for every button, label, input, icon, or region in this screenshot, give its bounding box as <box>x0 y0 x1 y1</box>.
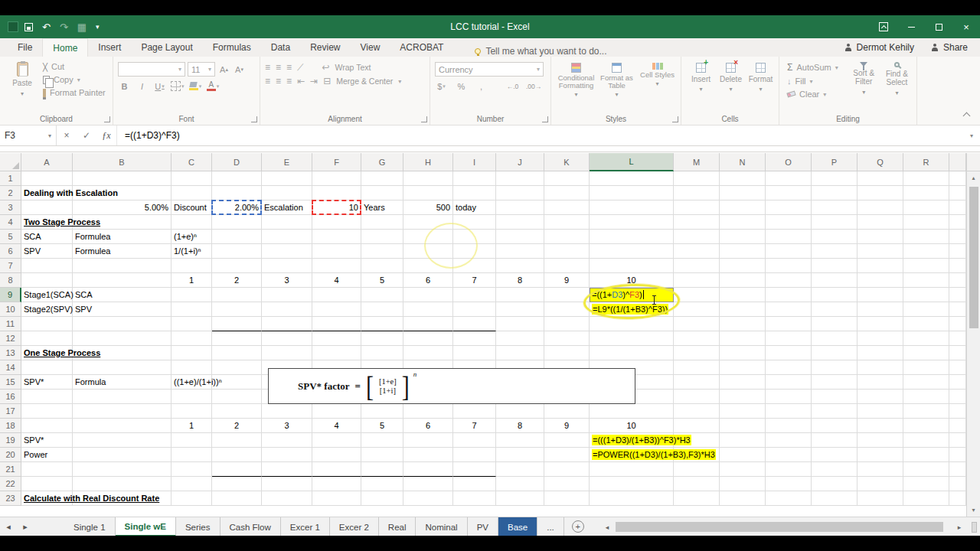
align-top-icon[interactable]: ≡ <box>265 62 270 73</box>
account-button[interactable]: Dermot Kehily <box>844 42 914 53</box>
row-header-14[interactable]: 14 <box>0 360 21 375</box>
sheet-nav-next-button[interactable]: ▸ <box>17 517 34 536</box>
row-header-2[interactable]: 2 <box>0 186 21 201</box>
cell-N2[interactable] <box>720 186 766 201</box>
cell-N18[interactable] <box>720 419 766 433</box>
cell-J5[interactable] <box>496 230 544 244</box>
cell-D4[interactable] <box>212 215 262 230</box>
cell-H6[interactable] <box>403 244 453 259</box>
cell-R21[interactable] <box>903 462 949 477</box>
cell-F17[interactable] <box>312 404 361 419</box>
fill-color-button[interactable]: ▾ <box>189 80 202 93</box>
wrap-text-button[interactable]: Wrap Text <box>335 63 371 72</box>
cell-A17[interactable] <box>21 404 73 419</box>
cell-R12[interactable] <box>903 331 949 346</box>
cell-H22[interactable] <box>403 477 453 491</box>
align-left-icon[interactable]: ≡ <box>265 76 270 86</box>
cell-N7[interactable] <box>720 259 766 273</box>
cell-E22[interactable] <box>262 477 312 491</box>
horizontal-scroll-thumb[interactable] <box>616 522 943 532</box>
cell-L12[interactable] <box>590 331 674 346</box>
tell-me-box[interactable]: Tell me what you want to do... <box>475 46 606 57</box>
cell-P8[interactable] <box>812 273 858 288</box>
cell-M13[interactable] <box>674 346 720 360</box>
ribbon-tab-page-layout[interactable]: Page Layout <box>131 38 202 57</box>
cell-M22[interactable] <box>674 477 720 491</box>
cell-G2[interactable] <box>361 186 403 201</box>
decrease-decimal-button[interactable]: .00→ <box>526 80 541 93</box>
row-header-8[interactable]: 8 <box>0 273 21 288</box>
cell-O20[interactable] <box>766 448 812 462</box>
row-header-6[interactable]: 6 <box>0 244 21 259</box>
alignment-dialog-launcher-icon[interactable] <box>421 116 427 122</box>
cell-C4[interactable] <box>172 215 212 230</box>
cell-B6[interactable]: Formulea <box>73 244 172 259</box>
sheet-tab-cash-flow[interactable]: Cash Flow <box>220 517 281 536</box>
cell-K3[interactable] <box>544 201 590 215</box>
cell-F18[interactable]: 4 <box>312 419 361 433</box>
cell-N8[interactable] <box>720 273 766 288</box>
cell-M21[interactable] <box>674 462 720 477</box>
cell-P4[interactable] <box>812 215 858 230</box>
sheet-tab-excer-1[interactable]: Excer 1 <box>281 517 330 536</box>
cell-K9[interactable] <box>544 288 590 302</box>
cell-C18[interactable]: 1 <box>172 419 212 433</box>
cell-N3[interactable] <box>720 201 766 215</box>
cell-A22[interactable] <box>21 477 73 491</box>
row-header-13[interactable]: 13 <box>0 346 21 360</box>
cell-J20[interactable] <box>496 448 544 462</box>
collapse-ribbon-icon[interactable] <box>963 112 971 120</box>
cell-K5[interactable] <box>544 230 590 244</box>
cell-R15[interactable] <box>903 375 949 390</box>
row-header-18[interactable]: 18 <box>0 419 21 433</box>
cell-E2[interactable] <box>262 186 312 201</box>
cell-L17[interactable] <box>590 404 674 419</box>
cell-L3[interactable] <box>590 201 674 215</box>
cell-E20[interactable] <box>262 448 312 462</box>
cell-B10[interactable]: SPV <box>73 302 172 317</box>
cell-R6[interactable] <box>903 244 949 259</box>
cell-Q21[interactable] <box>858 462 903 477</box>
cell-L18[interactable]: 10 <box>590 419 674 433</box>
cell-G3[interactable]: Years <box>361 201 403 215</box>
cell-R9[interactable] <box>903 288 949 302</box>
align-center-icon[interactable]: ≡ <box>276 76 281 86</box>
cell-O22[interactable] <box>766 477 812 491</box>
cell-J18[interactable]: 8 <box>496 419 544 433</box>
cell-B3[interactable]: 5.00% <box>73 201 172 215</box>
cell-C15[interactable]: ((1+e)/(1+i))ⁿ <box>172 375 212 390</box>
cell-Q15[interactable] <box>858 375 903 390</box>
cell-B14[interactable] <box>73 360 172 375</box>
cell-O2[interactable] <box>766 186 812 201</box>
cell-A15[interactable]: SPV* <box>21 375 73 390</box>
cell-C6[interactable]: 1/(1+i)ⁿ <box>172 244 212 259</box>
cell-L6[interactable] <box>590 244 674 259</box>
cell-K17[interactable] <box>544 404 590 419</box>
cell-L19[interactable]: =(((1+D3)/(1+B3))^F3)*H3 <box>590 433 674 448</box>
cell-O7[interactable] <box>766 259 812 273</box>
undo-icon[interactable]: ↶ <box>42 21 51 33</box>
cell-Q20[interactable] <box>858 448 903 462</box>
merge-center-button[interactable]: Merge & Center <box>336 77 393 86</box>
cell-L23[interactable] <box>590 491 674 506</box>
cell-E19[interactable] <box>262 433 312 448</box>
cell-L11[interactable] <box>590 317 674 331</box>
cell-L10[interactable]: =L9*((1/(1+B3)^F3)) <box>590 302 674 317</box>
cell-F4[interactable] <box>312 215 361 230</box>
cell-P14[interactable] <box>812 360 858 375</box>
row-header-19[interactable]: 19 <box>0 433 21 448</box>
cell-A16[interactable] <box>21 390 73 404</box>
cell-R10[interactable] <box>903 302 949 317</box>
cell-I8[interactable]: 7 <box>453 273 496 288</box>
cell-Q7[interactable] <box>858 259 903 273</box>
row-header-21[interactable]: 21 <box>0 462 21 477</box>
cell-K6[interactable] <box>544 244 590 259</box>
cell-J10[interactable] <box>496 302 544 317</box>
cell-x16[interactable] <box>949 390 966 404</box>
cell-C21[interactable] <box>172 462 212 477</box>
cell-R17[interactable] <box>903 404 949 419</box>
cell-D11[interactable] <box>212 317 262 331</box>
cell-N12[interactable] <box>720 331 766 346</box>
cell-x19[interactable] <box>949 433 966 448</box>
cell-I3[interactable]: today <box>453 201 496 215</box>
